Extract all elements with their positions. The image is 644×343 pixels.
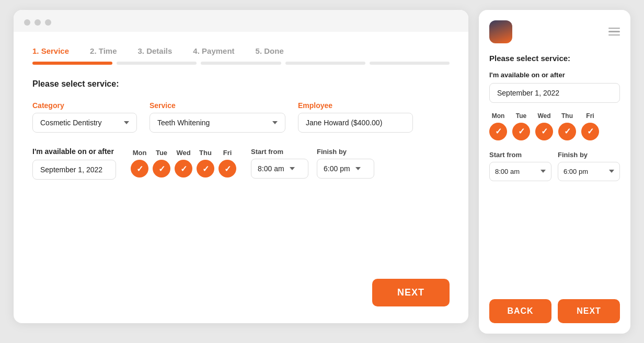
day-tue-label: Tue [156,149,167,157]
chevron-down-icon [272,121,278,124]
start-time-value: 8:00 am [258,164,284,173]
day-mon: Mon ✓ [131,149,148,178]
right-date-input[interactable]: September 1, 2022 [489,83,620,103]
progress-steps: 1. Service 2. Time 3. Details 4. Payment… [32,46,450,55]
progress-bar-2 [117,62,197,65]
chevron-down-icon [540,170,546,173]
day-thu-check[interactable]: ✓ [197,160,214,178]
right-day-mon: Mon ✓ [489,112,507,140]
right-bottom-buttons: BACK NEXT [489,299,620,323]
finish-time-label: Finish by [317,148,374,156]
days-group: Mon ✓ Tue ✓ Wed ✓ Thu ✓ [131,149,236,178]
right-day-mon-check[interactable]: ✓ [489,123,507,140]
step-4: 4. Payment [193,46,234,55]
progress-bar-3 [201,62,281,65]
step-2: 2. Time [90,46,117,55]
right-next-button[interactable]: NEXT [558,299,620,323]
service-select[interactable]: Teeth Whitening [150,113,285,133]
right-avail-label: I'm available on or after [489,71,620,79]
category-label: Category [32,101,137,110]
right-header [489,20,620,43]
day-thu: Thu ✓ [197,149,214,178]
right-finish-time-select[interactable]: 6:00 pm [558,162,620,181]
window-controls [14,10,468,32]
right-day-thu: Thu ✓ [558,112,576,140]
section-title: Please select service: [32,79,450,89]
start-time-group: Start from 8:00 am [251,148,308,179]
day-mon-check[interactable]: ✓ [131,160,148,178]
start-time-label: Start from [251,148,308,156]
right-start-label: Start from [489,151,551,159]
employee-field-group: Employee Jane Howard ($400.00) [298,101,413,133]
hamburger-line-3 [608,34,620,36]
employee-value: Jane Howard ($400.00) [298,113,413,133]
hamburger-menu-icon[interactable] [608,28,620,36]
day-wed-label: Wed [176,149,190,157]
service-value: Teeth Whitening [157,119,210,127]
chevron-down-icon [124,121,129,124]
day-tue-check[interactable]: ✓ [153,160,170,178]
right-start-value: 8:00 am [495,168,520,175]
progress-bars [32,62,450,65]
right-start-time-select[interactable]: 8:00 am [489,162,551,181]
right-panel: Please select service: I'm available on … [479,10,630,334]
right-day-thu-check[interactable]: ✓ [558,123,576,140]
chevron-down-icon [290,167,295,170]
right-day-tue-label: Tue [516,112,526,120]
back-button[interactable]: BACK [489,299,551,323]
window-dot-yellow [34,19,41,26]
day-wed-check[interactable]: ✓ [175,160,192,178]
right-day-wed-check[interactable]: ✓ [535,123,553,140]
category-select[interactable]: Cosmetic Dentistry [32,113,137,133]
right-day-thu-label: Thu [561,112,573,120]
day-tue: Tue ✓ [153,149,170,178]
day-fri-label: Fri [223,149,232,157]
right-day-wed: Wed ✓ [535,112,553,140]
right-day-fri-check[interactable]: ✓ [581,123,599,140]
finish-time-value: 6:00 pm [324,164,350,173]
category-field-group: Category Cosmetic Dentistry [32,101,137,133]
avail-date-input[interactable]: September 1, 2022 [32,160,116,180]
chevron-down-icon [355,167,361,170]
category-value: Cosmetic Dentistry [40,119,101,127]
avail-date-group: I'm available on or after September 1, 2… [32,147,116,180]
chevron-down-icon [609,170,614,173]
hamburger-line-1 [608,28,620,29]
day-fri: Fri ✓ [218,149,236,178]
right-finish-label: Finish by [558,151,620,159]
right-finish-value: 6:00 pm [564,168,588,175]
day-thu-label: Thu [199,149,212,157]
step-3: 3. Details [137,46,172,55]
service-field-group: Service Teeth Whitening [150,101,285,133]
right-day-tue-check[interactable]: ✓ [512,123,530,140]
right-day-fri: Fri ✓ [581,112,599,140]
day-mon-label: Mon [133,149,147,157]
window-dot-red [24,19,30,26]
finish-time-group: Finish by 6:00 pm [317,148,374,179]
right-day-fri-label: Fri [586,112,594,120]
day-fri-check[interactable]: ✓ [218,160,236,178]
main-booking-panel: 1. Service 2. Time 3. Details 4. Payment… [14,10,468,323]
start-time-select[interactable]: 8:00 am [251,159,308,179]
right-day-wed-label: Wed [537,112,550,120]
right-start-time-group: Start from 8:00 am [489,151,551,181]
right-days-row: Mon ✓ Tue ✓ Wed ✓ Thu ✓ Fri ✓ [489,112,620,140]
hamburger-line-2 [608,31,620,32]
availability-row: I'm available on or after September 1, 2… [32,147,450,180]
employee-label: Employee [298,101,413,110]
next-button[interactable]: NEXT [372,279,450,306]
right-day-mon-label: Mon [492,112,505,120]
avail-label: I'm available on or after [32,147,116,156]
time-group: Start from 8:00 am Finish by 6:00 pm [251,148,374,179]
service-label: Service [150,101,285,110]
right-day-tue: Tue ✓ [512,112,530,140]
app-icon [489,20,512,43]
progress-bar-4 [285,62,365,65]
right-section-title: Please select service: [489,54,620,63]
day-wed: Wed ✓ [175,149,192,178]
progress-bar-5 [370,62,450,65]
finish-time-select[interactable]: 6:00 pm [317,159,374,179]
step-5: 5. Done [256,46,284,55]
right-finish-time-group: Finish by 6:00 pm [558,151,620,181]
step-1: 1. Service [32,46,69,55]
